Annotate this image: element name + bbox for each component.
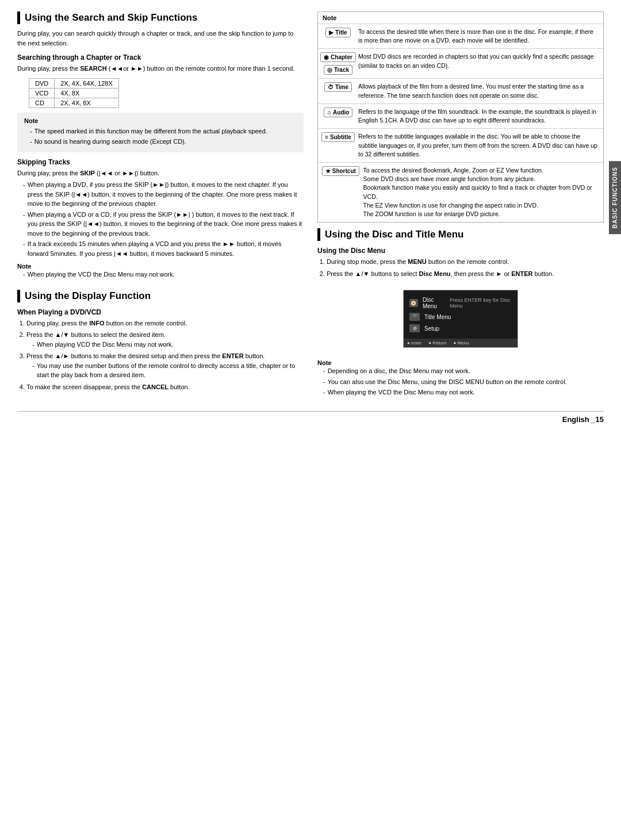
disc-note-item-1: Depending on a disc, the Disc Menu may n…: [323, 366, 604, 376]
chapter-icon-group: ◉ Chapter ◎ Track: [323, 52, 354, 75]
shortcut-label: Shortcut: [332, 168, 356, 174]
disc-menu-desc: Press ENTER key for Disc Menu: [450, 297, 512, 309]
disc-menu-row-titlemenu: 🎬 Title Menu: [409, 311, 512, 323]
shortcut-icon-box: ★ Shortcut: [322, 166, 359, 176]
skip-note-item: When playing the VCD the Disc Menu may n…: [23, 270, 304, 279]
speed-table: DVD2X, 4X, 64X, 128X VCD4X, 8X CD2X, 4X,…: [29, 78, 119, 108]
note-row-audio: ♫ Audio Refers to the language of the fi…: [318, 103, 603, 128]
display-step-4: To make the screen disappear, press the …: [26, 382, 304, 392]
time-icon-box: ⏱ Time: [324, 82, 352, 92]
disc-menu-screenshot: 📀 Disc Menu Press ENTER key for Disc Men…: [403, 290, 518, 348]
table-row: DVD2X, 4X, 64X, 128X: [29, 78, 119, 88]
disc-menu-footer: ● enter ● Return ● Menu: [404, 339, 518, 347]
title-icon-group: ▶ Title: [323, 28, 354, 37]
audio-icon-group: ♫ Audio: [323, 108, 354, 117]
skip-items: When playing a DVD, if you press the SKI…: [23, 180, 304, 258]
subsection-dvd-vcd-title: When Playing a DVD/VCD: [17, 308, 304, 316]
step3-note: You may use the number buttons of the re…: [32, 361, 304, 380]
subtitle-label: Subtitle: [330, 134, 351, 140]
searching-text: During play, press the SEARCH (◄◄or ►►) …: [17, 64, 304, 74]
display-step-3: Press the ▲/► buttons to make the desire…: [26, 351, 304, 380]
display-step-1: During play, press the INFO button on th…: [26, 319, 304, 328]
disc-note: Note Depending on a disc, the Disc Menu …: [317, 359, 604, 397]
note-row-shortcut: ★ Shortcut To access the desired Bookmar…: [318, 162, 603, 222]
chapter-label: Chapter: [331, 54, 352, 60]
note-item: No sound is hearing during search mode (…: [30, 137, 297, 147]
setup-label: Setup: [424, 325, 439, 332]
title-icon-box: ▶ Title: [325, 28, 351, 37]
disc-note-item-3: When playing the VCD the Disc Menu may n…: [323, 388, 604, 397]
footer-return: ● Return: [428, 340, 446, 346]
track-label: Track: [334, 67, 349, 73]
display-steps: During play, press the INFO button on th…: [26, 319, 304, 392]
subsection-searching-title: Searching through a Chapter or Track: [17, 53, 304, 62]
page-footer: English _15: [17, 411, 604, 424]
right-column: Note ▶ Title To access the desired title…: [317, 11, 604, 402]
track-icon-box: ◎ Track: [324, 65, 352, 75]
sidebar-label: BASIC FUNCTIONS: [609, 161, 621, 234]
note-row-time: ⏱ Time Allows playback of the film from …: [318, 78, 603, 103]
time-row-text: Allows playback of the film from a desir…: [358, 82, 599, 99]
display-step-2: Press the ▲/▼ buttons to select the desi…: [26, 330, 304, 349]
note-item: The speed marked in this function may be…: [30, 126, 297, 136]
left-column: Using the Search and Skip Functions Duri…: [17, 11, 304, 402]
chapter-icon-box: ◉ Chapter: [320, 52, 356, 62]
search-note-box: Note The speed marked in this function m…: [17, 113, 304, 152]
audio-icon: ♫: [327, 109, 332, 116]
title-row-text: To access the desired title when there i…: [358, 28, 599, 45]
subtitle-icon: ≡: [325, 134, 328, 140]
subtitle-icon-group: ≡ Subtitle: [323, 132, 354, 142]
skip-item-1: When playing a DVD, if you press the SKI…: [23, 180, 304, 209]
section-title-display: Using the Display Function: [17, 290, 304, 302]
disc-menu-container: 📀 Disc Menu Press ENTER key for Disc Men…: [317, 284, 604, 354]
audio-row-text: Refers to the language of the film sound…: [358, 108, 599, 125]
note-icon-table: Note ▶ Title To access the desired title…: [317, 11, 604, 223]
step2-note: When playing VCD the Disc Menu may not w…: [32, 340, 304, 350]
skip-item-3: If a track exceeds 15 minutes when playi…: [23, 239, 304, 258]
subtitle-icon-box: ≡ Subtitle: [321, 132, 355, 142]
title-label: Title: [335, 29, 347, 36]
time-icon-group: ⏱ Time: [323, 82, 354, 92]
title-icon: ▶: [329, 29, 334, 36]
track-icon: ◎: [327, 67, 332, 73]
footer-menu: ● Menu: [453, 340, 469, 346]
footer-enter: ● enter: [407, 340, 421, 346]
note-row-subtitle: ≡ Subtitle Refers to the subtitle langua…: [318, 128, 603, 162]
disc-step-1: During stop mode, press the MENU button …: [327, 257, 604, 267]
title-menu-label: Title Menu: [424, 314, 451, 320]
disc-menu-row-setup: ⚙ Setup: [409, 323, 512, 334]
skip-note: Note When playing the VCD the Disc Menu …: [17, 263, 304, 279]
disc-menu-row-discmenu: 📀 Disc Menu Press ENTER key for Disc Men…: [409, 295, 512, 311]
search-note-title: Note: [24, 117, 297, 124]
subtitle-row-text: Refers to the subtitle languages availab…: [358, 132, 599, 159]
title-menu-icon: 🎬: [409, 313, 420, 321]
section-title-disc-menu: Using the Disc and Title Menu: [317, 228, 604, 241]
disc-menu-steps: During stop mode, press the MENU button …: [327, 257, 604, 278]
disc-menu-icon: 📀: [409, 299, 418, 307]
shortcut-icon-group: ★ Shortcut: [323, 166, 359, 176]
disc-step-2: Press the ▲/▼ buttons to select Disc Men…: [327, 269, 604, 279]
search-note-list: The speed marked in this function may be…: [30, 126, 297, 147]
audio-icon-box: ♫ Audio: [324, 108, 353, 117]
note-row-title: ▶ Title To access the desired title when…: [318, 24, 603, 48]
section-title-search-skip: Using the Search and Skip Functions: [17, 11, 304, 24]
table-row: VCD4X, 8X: [29, 88, 119, 98]
disc-menu-label: Disc Menu: [423, 297, 445, 309]
audio-label: Audio: [333, 109, 349, 116]
shortcut-row-text: To access the desired Bookmark, Angle, Z…: [363, 166, 599, 218]
disc-note-list: Depending on a disc, the Disc Menu may n…: [323, 366, 604, 397]
chapter-row-text: Most DVD discs are recorded in chapters …: [358, 52, 599, 70]
time-label: Time: [335, 84, 348, 90]
note-row-chapter: ◉ Chapter ◎ Track Most DVD discs are rec…: [318, 48, 603, 78]
chapter-icon: ◉: [324, 54, 329, 60]
time-icon: ⏱: [328, 84, 334, 90]
disc-note-item-2: You can also use the Disc Menu, using th…: [323, 377, 604, 387]
section-intro: During play, you can search quickly thro…: [17, 29, 304, 48]
disc-menu-inner: 📀 Disc Menu Press ENTER key for Disc Men…: [404, 290, 518, 339]
skip-item-2: When playing a VCD or a CD, if you press…: [23, 210, 304, 239]
skipping-text: During play, press the SKIP (|◄◄ or ►►|)…: [17, 168, 304, 178]
disc-note-title: Note: [317, 359, 604, 366]
table-row: CD2X, 4X, 8X: [29, 98, 119, 108]
subsection-disc-menu-title: Using the Disc Menu: [317, 247, 604, 255]
subsection-skipping-title: Skipping Tracks: [17, 158, 304, 166]
